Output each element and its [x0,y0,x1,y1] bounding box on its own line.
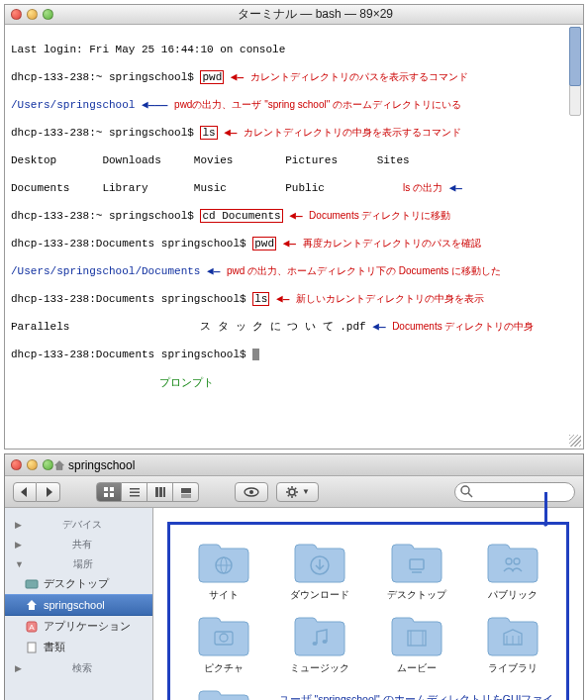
svg-rect-2 [104,493,108,497]
term-line: /Users/springschool ◀——— pwdの出力、ユーザ "spr… [11,98,577,112]
folder-desktop[interactable]: デスクトップ [371,539,462,602]
term-line: dhcp-133-238:Documents springschool$ [11,348,577,361]
annotation: 新しいカレントディレクトリの中身を表示 [296,293,484,304]
back-button[interactable] [13,482,37,502]
svg-rect-10 [181,488,191,493]
folder-icon [195,539,252,584]
column-view-button[interactable] [147,482,173,502]
list-view-button[interactable] [122,482,147,502]
icon-view-button[interactable] [96,482,122,502]
finder-titlebar[interactable]: springschool [5,454,583,476]
view-mode-segment [96,482,199,502]
svg-line-20 [288,487,289,488]
folder-icon [291,539,348,584]
term-line: Desktop Downloads Movies Pictures Sites [11,153,577,167]
annotation: 再度カレントディレクトリのパスを確認 [303,238,481,249]
sidebar-item-desktop[interactable]: デスクトップ [5,573,152,594]
documents-icon [25,641,39,654]
coverflow-view-button[interactable] [173,482,199,502]
folder-documents[interactable]: 書類 [178,685,269,700]
svg-rect-5 [130,491,140,493]
sidebar-item-home[interactable]: springschool [5,594,152,616]
folder-icon [484,539,541,584]
folder-label: ピクチャ [204,661,244,675]
sidebar-item-label: アプリケーション [44,619,131,634]
command-ls: ls [252,292,269,306]
close-icon[interactable] [11,459,22,470]
terminal-body[interactable]: Last login: Fri May 25 16:44:10 on conso… [5,25,583,449]
sidebar-header-shared[interactable]: ▶共有 [5,534,152,553]
close-icon[interactable] [11,9,22,20]
minimize-icon[interactable] [27,459,38,470]
svg-line-21 [295,494,296,495]
sidebar-item-documents[interactable]: 書類 [5,637,152,657]
terminal-title: ターミナル — bash — 89×29 [53,6,577,23]
sidebar-header-places[interactable]: ▼場所 [5,553,152,573]
terminal-titlebar[interactable]: ターミナル — bash — 89×29 [5,5,583,25]
command-pwd: pwd [252,237,276,250]
folder-icon [195,612,252,657]
sidebar-header-search[interactable]: ▶検索 [5,657,152,677]
svg-rect-4 [130,488,140,490]
folder-icon [195,685,252,700]
search-field[interactable] [454,482,575,502]
term-line: dhcp-133-238:~ springschool$ cd Document… [11,209,577,223]
action-menu-button[interactable]: ▼ [276,482,319,502]
sidebar-item-apps[interactable]: Aアプリケーション [5,616,152,637]
svg-point-14 [249,490,253,494]
svg-rect-8 [159,487,162,497]
search-icon [460,485,473,498]
finder-title: springschool [53,458,135,472]
folder-music[interactable]: ミュージック [275,612,366,675]
folder-movies[interactable]: ムービー [371,612,462,675]
folder-sites[interactable]: サイト [178,539,269,602]
sidebar-header-devices[interactable]: ▶デバイス [5,514,152,534]
folder-label: デスクトップ [387,588,446,602]
quicklook-button[interactable] [235,482,268,502]
finder-body: ▶デバイス ▶共有 ▼場所 デスクトップ springschool Aアプリケー… [5,508,583,700]
folder-downloads[interactable]: ダウンロード [275,539,366,602]
finder-sidebar: ▶デバイス ▶共有 ▼場所 デスクトップ springschool Aアプリケー… [5,508,153,700]
chevron-down-icon: ▼ [302,487,310,496]
svg-text:A: A [29,623,35,632]
finder-content[interactable]: サイト ダウンロード デスクトップ パブリック ピクチャ ミュージック ムービー… [153,508,583,700]
term-line: dhcp-133-238:Documents springschool$ pwd… [11,237,577,250]
folder-icon [388,612,445,657]
home-icon [25,598,39,612]
command-pwd: pwd [200,70,224,84]
svg-rect-12 [181,496,191,497]
sidebar-item-label: springschool [44,599,105,611]
zoom-icon[interactable] [43,459,53,470]
folder-icon [291,612,348,657]
folder-label: サイト [209,588,239,602]
term-line: Last login: Fri May 25 16:44:10 on conso… [11,43,577,56]
folder-label: ミュージック [290,661,349,675]
resize-handle-icon[interactable] [569,435,581,447]
desktop-icon [25,577,39,591]
forward-button[interactable] [37,482,60,502]
svg-line-25 [468,493,472,497]
cursor [252,349,259,360]
folder-library[interactable]: ライブラリ [468,612,559,675]
svg-rect-0 [104,487,108,491]
term-line: dhcp-133-238:~ springschool$ ls ◀— カレントデ… [11,126,577,140]
folder-label: パブリック [488,588,538,602]
svg-rect-11 [181,494,191,495]
folder-label: ライブラリ [488,661,538,675]
zoom-icon[interactable] [43,9,53,20]
annotation: pwd の出力、ホームディレクトリ下の Documents に移動した [227,265,501,276]
term-line: Parallels ス タ ッ ク に つ い て .pdf ◀— Docume… [11,320,577,334]
folder-label: ムービー [397,661,437,675]
prompt-annotation: プロンプト [11,375,577,389]
minimize-icon[interactable] [27,9,38,20]
folder-public[interactable]: パブリック [468,539,559,602]
terminal-scrollbar[interactable] [569,27,581,175]
svg-rect-1 [110,487,114,491]
annotation: カレントディレクトリの中身を表示するコマンド [244,127,461,138]
terminal-window: ターミナル — bash — 89×29 Last login: Fri May… [4,4,584,450]
finder-toolbar: ▼ [5,476,583,508]
term-line: dhcp-133-238:~ springschool$ pwd ◀— カレント… [11,70,577,84]
annotation-box: サイト ダウンロード デスクトップ パブリック ピクチャ ミュージック ムービー… [167,522,569,700]
term-line: Documents Library Music Public ls の出力 ◀— [11,181,577,195]
folder-pictures[interactable]: ピクチャ [178,612,269,675]
